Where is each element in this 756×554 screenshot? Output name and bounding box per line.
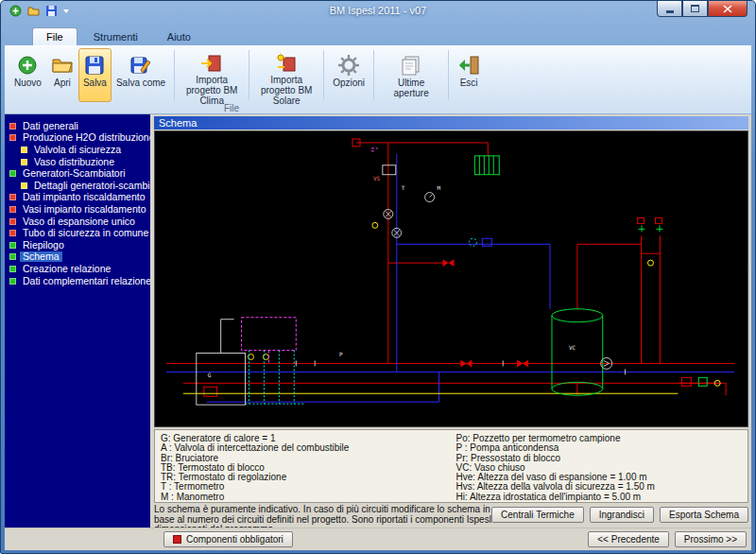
diagram-label: P (339, 351, 343, 357)
esci-button[interactable]: Esci (453, 48, 485, 102)
schema-actions: Centrali Termiche Ingrandisci Esporta Sc… (491, 505, 748, 523)
page-icon (9, 123, 16, 130)
save-floppy-icon (83, 52, 106, 78)
mandatory-red-icon (173, 535, 181, 544)
tab-strumenti[interactable]: Strumenti (80, 28, 151, 45)
sidebar-item-generatori-scambiatori[interactable]: Generatori-Scambiatori (5, 167, 150, 180)
apri-button[interactable]: Apri (46, 48, 78, 102)
note-row: Lo schema è puramente indicativo. In cas… (154, 505, 748, 528)
new-icon (16, 52, 39, 78)
opzioni-button[interactable]: Opzioni (328, 48, 369, 102)
legend-line: Hi: Altezza idrostatica dell'impianto = … (456, 493, 743, 502)
title-bar: BM Ispesl 2011 - v07 (1, 1, 755, 24)
legend-right-column: Po: Pozzetto per termometro campione P :… (456, 434, 743, 498)
navigation-sidebar: Dati generali Produzione H2O distribuzio… (5, 114, 150, 528)
diagram-label: T (402, 184, 405, 191)
close-button[interactable] (708, 1, 747, 17)
exit-icon (457, 52, 480, 78)
mandatory-label: Componenti obbligatori (186, 534, 284, 545)
page-icon (9, 134, 16, 141)
app-body: Dati generali Produzione H2O distribuzio… (5, 114, 751, 550)
ribbon-separator (174, 50, 175, 100)
sidebar-item-dettagli-generatori[interactable]: Dettagli generatori-scambiatori (5, 180, 150, 192)
diagram-label: VC (569, 344, 576, 351)
page-icon (9, 194, 16, 200)
tab-file[interactable]: File (32, 27, 77, 45)
sidebar-item-vaso-distribuzione[interactable]: Vaso distribuzione (5, 156, 150, 168)
prossimo-button[interactable]: Prossimo >> (675, 531, 747, 547)
ribbon-group-file: Nuovo Apri Salva Salva come (9, 48, 751, 102)
wizard-nav-buttons: << Precedente Prossimo >> (588, 531, 747, 547)
page-icon (9, 253, 16, 260)
recent-files-icon (400, 52, 422, 78)
page-icon (9, 278, 16, 285)
ribbon: Nuovo Apri Salva Salva come (5, 45, 751, 114)
import-clima-icon (200, 52, 223, 75)
gear-icon (337, 52, 360, 78)
window-controls (657, 1, 747, 17)
page-icon (9, 170, 16, 177)
sidebar-item-schema[interactable]: Schema (5, 251, 150, 264)
diagram-label: VS (373, 175, 381, 182)
sidebar-item-tubo-sicurezza-comune[interactable]: Tubo di sicurezza in comune (5, 227, 150, 239)
window-title: BM Ispesl 2011 - v07 (1, 5, 755, 16)
ribbon-tabstrip: File Strumenti Aiuto (6, 26, 750, 45)
legend-panel: G: Generatore di calore = 1 A : Valvola … (154, 429, 748, 503)
sidebar-item-vaso-espansione-unico[interactable]: Vaso di espansione unico (5, 216, 150, 228)
bottom-bar: Componenti obbligatori << Precedente Pro… (5, 528, 751, 550)
schema-diagram: T M VC G P VS (154, 130, 748, 427)
sidebar-item-creazione-relazione[interactable]: Creazione relazione (5, 263, 150, 275)
ribbon-separator (448, 50, 449, 100)
sidebar-item-produzione-h2o[interactable]: Produzione H2O distribuzione (5, 132, 150, 145)
centrali-termiche-button[interactable]: Centrali Termiche (491, 507, 584, 523)
page-title: Schema (154, 116, 748, 130)
importa-bm-solare-button[interactable]: Importa progetto BM Solare (253, 48, 319, 102)
page-icon (21, 147, 27, 153)
schema-note: Lo schema è puramente indicativo. In cas… (154, 505, 491, 528)
salva-button[interactable]: Salva (78, 48, 112, 102)
page-icon (21, 182, 27, 189)
page-icon (21, 159, 27, 165)
salva-come-button[interactable]: Salva come (112, 48, 170, 102)
page-icon (9, 242, 16, 249)
sidebar-item-dati-complementari[interactable]: Dati complementari relazione (5, 275, 150, 287)
importa-bm-clima-button[interactable]: Importa progetto BM Clima (179, 48, 245, 102)
ribbon-separator (373, 50, 374, 100)
page-icon (9, 206, 16, 213)
sidebar-item-dati-impianto-riscaldamento[interactable]: Dati impianto riscaldamento (5, 192, 150, 204)
nuovo-button[interactable]: Nuovo (9, 48, 46, 102)
import-solare-icon (275, 52, 298, 75)
ribbon-separator (249, 50, 249, 100)
diagram-label: G (208, 372, 212, 378)
precedente-button[interactable]: << Precedente (588, 531, 669, 547)
app-window: BM Ispesl 2011 - v07 File Strumenti Aiut… (0, 0, 756, 554)
maximize-button[interactable] (682, 1, 708, 17)
page-icon (9, 230, 16, 236)
tab-aiuto[interactable]: Aiuto (154, 28, 204, 45)
minimize-button[interactable] (657, 1, 682, 17)
page-icon (9, 266, 16, 272)
legend-line: M : Manometro (161, 493, 447, 502)
close-icon (723, 5, 732, 13)
ribbon-separator (323, 50, 324, 100)
content-panel: Schema (152, 114, 751, 528)
ribbon-group-label: File (9, 102, 454, 113)
componenti-obbligatori-button[interactable]: Componenti obbligatori (163, 531, 293, 547)
ingrandisci-button[interactable]: Ingrandisci (590, 507, 654, 523)
sidebar-item-vasi-impianto-riscaldamento[interactable]: Vasi impianto riscaldamento (5, 203, 150, 216)
diagram-label: M (438, 184, 441, 191)
open-folder-icon (51, 52, 74, 78)
minimize-icon (666, 10, 674, 13)
legend-left-column: G: Generatore di calore = 1 A : Valvola … (161, 434, 447, 498)
esporta-schema-button[interactable]: Esporta Schema (660, 507, 748, 523)
page-icon (9, 218, 16, 225)
save-as-icon (129, 52, 152, 78)
sidebar-item-valvola-di-sicurezza[interactable]: Valvola di sicurezza (5, 144, 150, 156)
maximize-icon (691, 5, 699, 12)
sidebar-item-dati-generali[interactable]: Dati generali (5, 120, 150, 132)
ultime-aperture-button[interactable]: Ultime aperture (378, 48, 444, 102)
sidebar-item-riepilogo[interactable]: Riepilogo (5, 239, 150, 251)
